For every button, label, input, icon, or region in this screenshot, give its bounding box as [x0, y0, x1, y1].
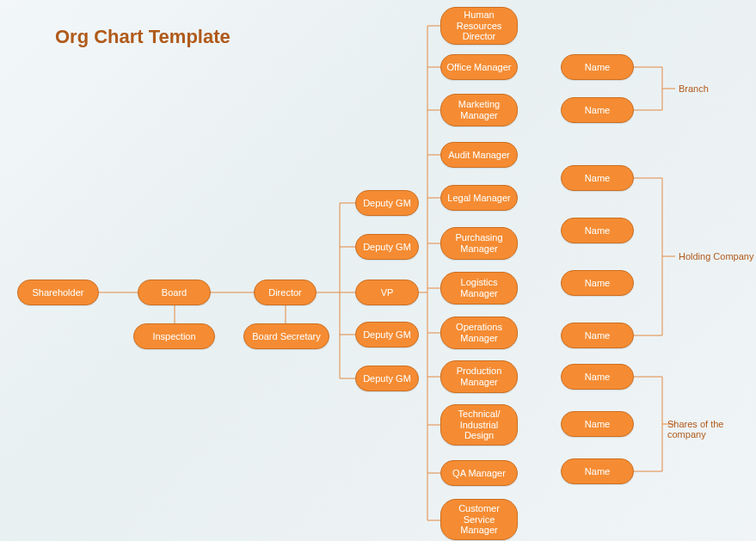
node-board: Board	[138, 280, 211, 305]
node-shareholder: Shareholder	[17, 280, 99, 305]
node-hr-director: Human Resources Director	[440, 7, 518, 45]
node-name-holding-2: Name	[561, 218, 634, 243]
node-name-holding-4: Name	[561, 323, 634, 348]
node-name-holding-3: Name	[561, 270, 634, 296]
node-audit-manager: Audit Manager	[440, 142, 518, 168]
node-deputy-gm-2: Deputy GM	[355, 234, 419, 260]
node-board-secretary: Board Secretary	[243, 323, 329, 349]
org-chart-canvas: Shareholder Board Inspection Director Bo…	[0, 0, 756, 541]
node-name-branch-1: Name	[561, 54, 634, 80]
label-holding-company: Holding Company	[679, 251, 753, 261]
node-name-branch-2: Name	[561, 97, 634, 123]
node-vp: VP	[355, 280, 419, 305]
node-tech-design: Technical/ Industrial Design	[440, 404, 518, 446]
label-shares: Shares of the company	[667, 419, 753, 440]
node-production-manager: Production Manager	[440, 360, 518, 393]
node-director: Director	[254, 280, 317, 305]
node-legal-manager: Legal Manager	[440, 185, 518, 211]
node-inspection: Inspection	[133, 323, 215, 349]
node-name-holding-1: Name	[561, 165, 634, 191]
node-marketing-manager: Marketing Manager	[440, 94, 518, 126]
node-deputy-gm-3: Deputy GM	[355, 322, 419, 347]
node-deputy-gm-1: Deputy GM	[355, 190, 419, 216]
node-name-shares-3: Name	[561, 458, 634, 484]
node-deputy-gm-4: Deputy GM	[355, 366, 419, 391]
node-logistics-manager: Logistics Manager	[440, 272, 518, 304]
label-branch: Branch	[679, 83, 709, 94]
node-operations-manager: Operations Manager	[440, 317, 518, 349]
node-name-shares-2: Name	[561, 411, 634, 437]
connectors	[0, 0, 756, 541]
node-qa-manager: QA Manager	[440, 460, 518, 486]
node-name-shares-1: Name	[561, 364, 634, 390]
node-cs-manager: Customer Service Manager	[440, 499, 518, 540]
node-purchasing-manager: Purchasing Manager	[440, 227, 518, 260]
node-office-manager: Office Manager	[440, 54, 518, 80]
